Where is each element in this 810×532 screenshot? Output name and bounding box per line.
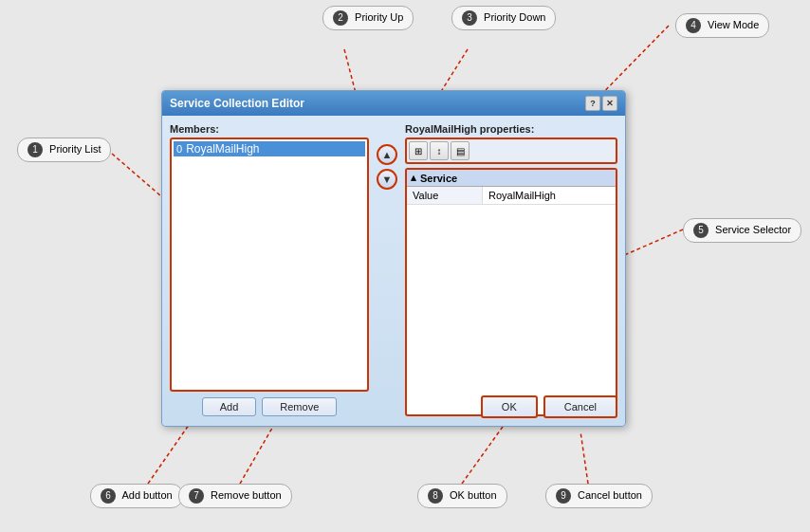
prop-value[interactable]: RoyalMailHigh xyxy=(483,187,616,204)
svg-line-7 xyxy=(462,427,503,484)
priority-up-button[interactable]: ▲ xyxy=(377,144,397,165)
callout-num-9: 9 xyxy=(556,488,571,504)
callout-num-1: 1 xyxy=(28,142,43,157)
callout-label-cancel-button: Cancel button xyxy=(578,489,642,501)
callout-label-ok-button: OK button xyxy=(450,489,497,501)
cancel-button[interactable]: Cancel xyxy=(543,395,617,418)
list-item-index: 0 xyxy=(176,143,182,155)
list-item[interactable]: 0 RoyalMailHigh xyxy=(174,141,365,156)
dialog-titlebar-buttons: ? ✕ xyxy=(585,96,617,111)
service-collection-editor-dialog: Service Collection Editor ? ✕ Members: 0… xyxy=(161,90,626,427)
callout-label-priority-up: Priority Up xyxy=(355,11,403,23)
ok-button[interactable]: OK xyxy=(481,395,538,418)
members-list[interactable]: 0 RoyalMailHigh xyxy=(172,139,367,390)
callout-num-7: 7 xyxy=(189,488,204,504)
prop-row: Value RoyalMailHigh xyxy=(407,187,616,205)
list-item-name: RoyalMailHigh xyxy=(186,142,259,156)
callout-priority-up: 2 Priority Up xyxy=(322,6,414,30)
dialog-title: Service Collection Editor xyxy=(170,97,304,110)
callout-num-4: 4 xyxy=(686,18,701,33)
callout-priority-list: 1 Priority List xyxy=(17,138,111,162)
members-panel: Members: 0 RoyalMailHigh Add Remove xyxy=(170,123,369,416)
priority-buttons: ▲ ▼ xyxy=(377,123,397,416)
dialog-close-button[interactable]: ✕ xyxy=(602,96,617,111)
callout-label-add-button: Add button xyxy=(121,489,172,501)
prop-section-header: ▴ Service xyxy=(407,170,616,187)
callout-label-service-selector: Service Selector xyxy=(715,224,791,235)
callout-label-priority-list: Priority List xyxy=(49,143,101,155)
properties-toolbar: ⊞ ↕ ▤ xyxy=(405,138,617,164)
properties-header: RoyalMailHigh properties: xyxy=(405,123,617,135)
callout-remove-button: 7 Remove button xyxy=(178,484,292,508)
members-label: Members: xyxy=(170,123,369,135)
dialog-body: Members: 0 RoyalMailHigh Add Remove ▲ ▼ … xyxy=(162,116,625,424)
prop-name: Value xyxy=(407,187,483,204)
svg-line-8 xyxy=(580,431,588,484)
remove-button[interactable]: Remove xyxy=(262,397,337,416)
priority-down-button[interactable]: ▼ xyxy=(377,169,397,190)
prop-section-name: Service xyxy=(420,173,457,184)
dialog-titlebar: Service Collection Editor ? ✕ xyxy=(162,91,625,116)
properties-grid: ▴ Service Value RoyalMailHigh xyxy=(405,168,617,416)
toolbar-categorized-button[interactable]: ⊞ xyxy=(409,141,428,160)
members-buttons: Add Remove xyxy=(170,397,369,416)
callout-label-priority-down: Priority Down xyxy=(484,11,545,23)
callout-ok-button: 8 OK button xyxy=(417,484,507,508)
callout-view-mode: 4 View Mode xyxy=(675,13,769,38)
toolbar-properties-button[interactable]: ▤ xyxy=(451,141,469,160)
properties-panel: RoyalMailHigh properties: ⊞ ↕ ▤ ▴ Servic… xyxy=(405,123,617,416)
callout-priority-down: 3 Priority Down xyxy=(451,6,556,30)
toolbar-alphabetical-button[interactable]: ↕ xyxy=(430,141,449,160)
dialog-footer: OK Cancel xyxy=(481,395,617,418)
callout-service-selector: 5 Service Selector xyxy=(683,218,801,243)
callout-num-3: 3 xyxy=(462,10,477,26)
members-list-container: 0 RoyalMailHigh xyxy=(170,138,369,392)
callout-num-5: 5 xyxy=(693,223,709,238)
callout-cancel-button: 9 Cancel button xyxy=(545,484,653,508)
add-button[interactable]: Add xyxy=(202,397,257,416)
callout-num-2: 2 xyxy=(333,10,348,26)
callout-label-view-mode: View Mode xyxy=(708,19,759,30)
callout-num-8: 8 xyxy=(428,488,443,504)
prop-section-collapse-icon[interactable]: ▴ xyxy=(411,172,416,184)
callout-label-remove-button: Remove button xyxy=(211,489,282,501)
callout-num-6: 6 xyxy=(101,488,116,504)
svg-line-4 xyxy=(622,229,683,256)
callout-add-button: 6 Add button xyxy=(90,484,183,508)
dialog-help-button[interactable]: ? xyxy=(585,96,600,111)
